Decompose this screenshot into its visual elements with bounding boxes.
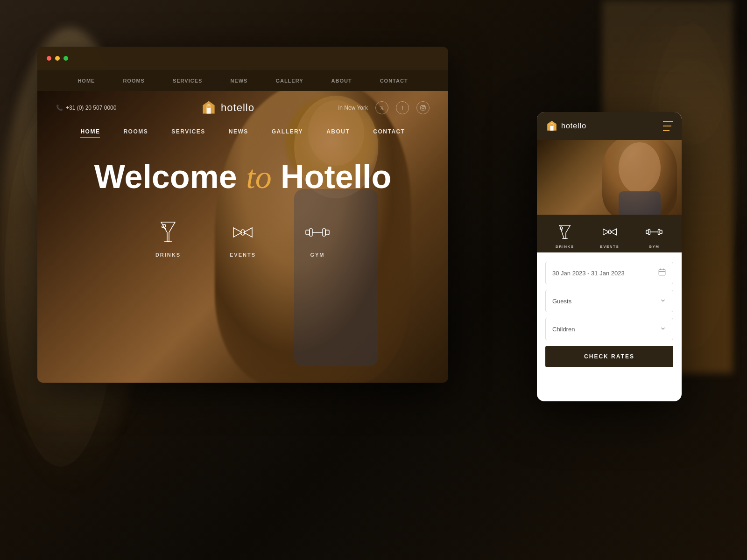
topnav-item-rooms[interactable]: ROOMS [123, 78, 145, 84]
facebook-link[interactable]: f [396, 101, 409, 114]
gym-icon [303, 218, 331, 246]
svg-rect-38 [659, 269, 665, 275]
guests-dropdown[interactable]: Guests [545, 290, 673, 312]
topnav-item-contact[interactable]: CONTACT [380, 78, 408, 84]
mobile-logo-icon [545, 119, 558, 133]
mobile-hero-image [537, 140, 682, 215]
location-text: in New York [338, 105, 368, 111]
phone-icon: 📞 [56, 105, 63, 111]
svg-rect-11 [421, 105, 425, 110]
mobile-person-svg [607, 140, 672, 215]
children-chevron-icon [660, 325, 666, 333]
service-gym-label: GYM [310, 252, 324, 258]
desktop-top-bar [37, 47, 448, 70]
svg-rect-35 [648, 229, 650, 234]
desktop-service-icons: DRINKS EVENTS GYM [37, 204, 448, 267]
hamburger-line-2 [663, 126, 671, 126]
service-gym[interactable]: GYM [303, 218, 331, 258]
desktop-nav-bar: HOME ROOMS SERVICES NEWS GALLERY ABOUT C… [37, 70, 448, 91]
children-text: Children [552, 326, 575, 333]
nav-home[interactable]: HOME [80, 128, 100, 138]
guests-text: Guests [552, 298, 571, 305]
hero-text: Welcome to Hotello [37, 145, 448, 204]
twitter-link[interactable]: 𝕏 [375, 101, 388, 114]
svg-rect-28 [619, 191, 661, 215]
mobile-gym-icon [645, 223, 663, 241]
nav-about[interactable]: ABOUT [326, 128, 350, 138]
bowtie-icon [229, 218, 257, 246]
svg-rect-8 [207, 108, 211, 114]
header-right: in New York 𝕏 f [338, 101, 430, 114]
svg-rect-10 [206, 105, 211, 108]
svg-rect-18 [306, 230, 310, 235]
svg-rect-19 [325, 230, 329, 235]
mobile-logo-text: hotello [561, 122, 586, 130]
mobile-gym-label: GYM [649, 245, 660, 249]
nav-news[interactable]: NEWS [229, 128, 248, 138]
booking-form: 30 Jan 2023 - 31 Jan 2023 Guests Chil [537, 252, 682, 377]
nav-services[interactable]: SERVICES [171, 128, 205, 138]
date-range-text: 30 Jan 2023 - 31 Jan 2023 [552, 270, 625, 277]
service-events[interactable]: EVENTS [229, 218, 257, 258]
mobile-service-events[interactable]: EVENTS [600, 223, 619, 249]
mobile-header: hotello [537, 112, 682, 140]
topnav-item-home[interactable]: HOME [78, 78, 95, 84]
svg-rect-26 [550, 124, 554, 126]
svg-rect-21 [323, 229, 325, 236]
desktop-header: 📞 +31 (0) 20 507 0000 hotello in New Yor… [37, 91, 448, 125]
nav-gallery[interactable]: GALLERY [272, 128, 303, 138]
mobile-service-drinks[interactable]: DRINKS [556, 223, 574, 249]
calendar-icon [658, 268, 666, 278]
mobile-cocktail-icon [556, 223, 574, 241]
hamburger-line-3 [663, 130, 669, 131]
date-range-field[interactable]: 30 Jan 2023 - 31 Jan 2023 [545, 262, 673, 284]
nav-rooms[interactable]: ROOMS [123, 128, 148, 138]
hero-title: Welcome to Hotello [56, 159, 430, 195]
topnav-item-gallery[interactable]: GALLERY [275, 78, 303, 84]
topnav-item-news[interactable]: NEWS [230, 78, 247, 84]
logo-icon-svg [200, 99, 217, 116]
service-drinks[interactable]: DRINKS [154, 218, 182, 258]
hero-title-part2: Hotello [281, 159, 391, 195]
instagram-link[interactable] [416, 101, 430, 114]
topnav-item-services[interactable]: SERVICES [173, 78, 202, 84]
mobile-logo[interactable]: hotello [545, 119, 586, 133]
service-events-label: EVENTS [230, 252, 256, 258]
check-rates-button[interactable]: CHECK RATES [545, 346, 673, 367]
hero-title-part1: Welcome [94, 159, 247, 195]
desktop-main-content: 📞 +31 (0) 20 507 0000 hotello in New Yor… [37, 91, 448, 383]
guests-chevron-icon [660, 297, 666, 305]
desktop-logo[interactable]: hotello [200, 99, 254, 116]
hero-title-italic: to [246, 159, 271, 195]
svg-point-13 [424, 106, 424, 107]
service-drinks-label: DRINKS [155, 252, 181, 258]
desktop-window: HOME ROOMS SERVICES NEWS GALLERY ABOUT C… [37, 47, 448, 383]
svg-rect-20 [310, 229, 312, 236]
mobile-service-gym[interactable]: GYM [645, 223, 663, 249]
mobile-service-icons: DRINKS EVENTS GYM [537, 215, 682, 252]
svg-rect-36 [658, 229, 660, 234]
desktop-main-nav: HOME ROOMS SERVICES NEWS GALLERY ABOUT C… [37, 125, 448, 145]
children-dropdown[interactable]: Children [545, 318, 673, 340]
nav-contact[interactable]: CONTACT [373, 128, 405, 138]
window-maximize-dot[interactable] [63, 56, 68, 61]
phone-container: 📞 +31 (0) 20 507 0000 [56, 105, 116, 111]
mobile-window: hotello DRINKS [537, 112, 682, 401]
mobile-events-label: EVENTS [600, 245, 619, 249]
window-minimize-dot[interactable] [55, 56, 60, 61]
svg-point-27 [619, 142, 661, 194]
phone-number: +31 (0) 20 507 0000 [66, 105, 116, 111]
cocktail-icon [154, 218, 182, 246]
logo-text: hotello [221, 102, 254, 114]
mobile-bowtie-icon [601, 223, 619, 241]
window-close-dot[interactable] [47, 56, 51, 61]
hamburger-line-1 [663, 121, 673, 122]
mobile-drinks-label: DRINKS [556, 245, 574, 249]
topnav-item-about[interactable]: ABOUT [331, 78, 352, 84]
svg-point-12 [422, 107, 424, 109]
svg-rect-24 [550, 126, 554, 131]
hamburger-menu[interactable] [663, 121, 673, 131]
